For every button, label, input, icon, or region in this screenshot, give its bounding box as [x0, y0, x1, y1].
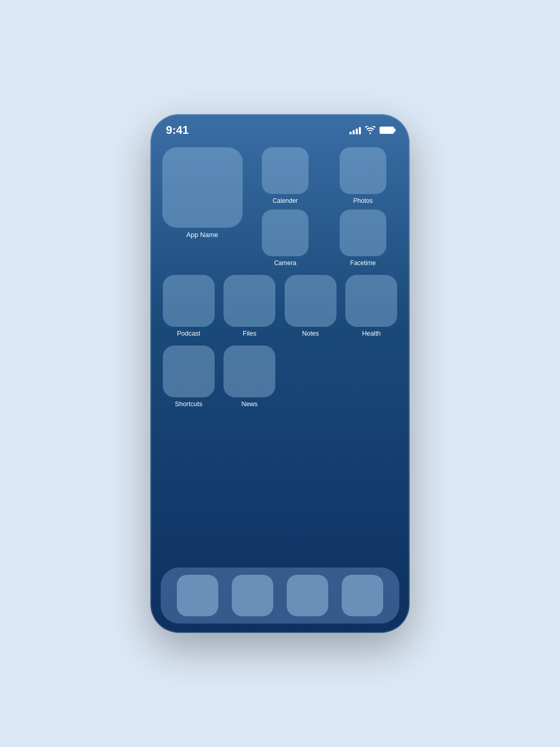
bottom-section: Shortcuts News	[161, 345, 399, 408]
app-news[interactable]: News	[222, 345, 278, 408]
notes-label: Notes	[302, 330, 319, 337]
signal-bar-3	[356, 129, 358, 134]
phone-frame: 9:41 App Name	[150, 114, 410, 633]
app-facetime[interactable]: Facetime	[327, 210, 399, 267]
health-icon	[345, 275, 397, 327]
files-label: Files	[243, 330, 256, 337]
app-calender[interactable]: Calender	[249, 147, 321, 204]
camera-icon	[262, 210, 309, 256]
app-notes[interactable]: Notes	[283, 275, 339, 337]
dock	[161, 568, 399, 624]
status-bar: 9:41	[150, 114, 410, 142]
podcast-label: Podcast	[177, 330, 200, 337]
calender-label: Calender	[273, 197, 298, 204]
app-large-icon	[162, 147, 243, 228]
calender-icon	[262, 147, 309, 194]
shortcuts-label: Shortcuts	[175, 400, 202, 408]
signal-bar-1	[349, 132, 352, 134]
app-health[interactable]: Health	[344, 275, 400, 337]
news-icon	[223, 345, 275, 397]
app-large[interactable]: App Name	[161, 147, 244, 267]
facetime-label: Facetime	[350, 259, 375, 267]
facetime-icon	[340, 210, 386, 256]
notes-icon	[285, 275, 337, 327]
files-icon	[223, 275, 275, 327]
signal-bar-2	[353, 130, 355, 134]
top-section: App Name Calender Photos Camera	[161, 147, 399, 267]
shortcuts-icon	[163, 345, 215, 397]
podcast-icon	[163, 275, 215, 327]
photos-label: Photos	[353, 197, 372, 204]
signal-bars-icon	[349, 126, 361, 134]
camera-label: Camera	[274, 259, 297, 267]
dock-item-2[interactable]	[232, 575, 273, 616]
app-files[interactable]: Files	[222, 275, 278, 337]
app-photos[interactable]: Photos	[327, 147, 399, 204]
dock-item-1[interactable]	[177, 575, 218, 616]
status-icons	[349, 126, 394, 134]
app-shortcuts[interactable]: Shortcuts	[161, 345, 217, 408]
dock-item-4[interactable]	[342, 575, 383, 616]
news-label: News	[242, 400, 258, 408]
top-right-grid: Calender Photos Camera Facetime	[249, 147, 399, 267]
app-podcast[interactable]: Podcast	[161, 275, 217, 337]
signal-bar-4	[359, 127, 361, 134]
mid-section: Podcast Files Notes Health	[161, 275, 399, 337]
photos-icon	[340, 147, 386, 194]
home-content: App Name Calender Photos Camera	[150, 142, 410, 408]
app-camera[interactable]: Camera	[249, 210, 321, 267]
dock-item-3[interactable]	[287, 575, 328, 616]
battery-icon	[380, 127, 394, 134]
wifi-icon	[365, 126, 375, 134]
status-time: 9:41	[166, 123, 189, 137]
health-label: Health	[362, 330, 381, 337]
app-large-label: App Name	[186, 231, 218, 239]
